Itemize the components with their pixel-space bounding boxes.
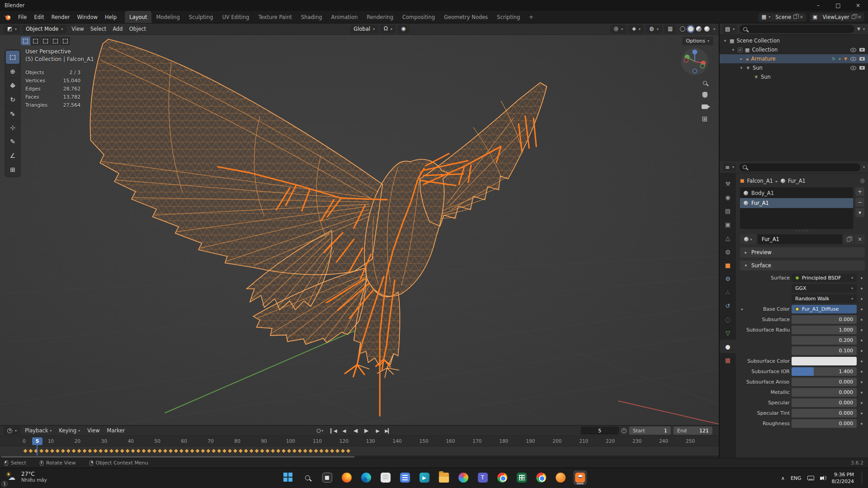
current-frame-field[interactable]: 5 <box>581 426 619 435</box>
browse-material-button[interactable]: ▾ <box>740 234 756 244</box>
scene-selector[interactable]: ▦ ▾ Scene × <box>759 13 806 22</box>
disable-in-renders-icon[interactable] <box>859 57 865 61</box>
edge-button[interactable] <box>359 470 373 485</box>
animate-property-icon[interactable] <box>859 360 865 362</box>
surface-section-header[interactable]: ▾ Surface <box>740 261 865 270</box>
keyframe-track[interactable] <box>0 446 719 455</box>
playhead-line[interactable] <box>37 445 38 455</box>
media-player-button[interactable]: ▶ <box>417 470 431 485</box>
frame-tick-label[interactable]: 60 <box>171 436 197 446</box>
new-material-button[interactable] <box>844 234 854 244</box>
file-explorer-button[interactable] <box>437 470 451 485</box>
animate-property-icon[interactable] <box>859 350 865 352</box>
options-button[interactable]: Options ▾ <box>682 37 713 45</box>
pan-hand-icon[interactable] <box>702 92 707 98</box>
add-slot-button[interactable]: + <box>855 187 864 196</box>
tab-world[interactable]: ◍ <box>720 245 736 258</box>
select-mode-subtract-button[interactable] <box>41 37 50 45</box>
previous-keyframe-button[interactable]: ◀· <box>340 427 350 435</box>
workspace-tab[interactable]: Layout <box>125 11 152 23</box>
hide-in-viewport-icon[interactable] <box>850 57 856 61</box>
animate-property-icon[interactable] <box>859 298 865 300</box>
camera-view-icon[interactable] <box>702 104 708 109</box>
frame-tick-label[interactable]: 80 <box>224 436 251 446</box>
shading-material-button[interactable] <box>696 26 702 32</box>
property-field[interactable]: 0.000 ▾ <box>792 409 857 417</box>
frame-tick-label[interactable]: 240 <box>650 436 677 446</box>
tab-texture[interactable]: ▦ <box>720 353 736 367</box>
tab-constraints[interactable]: ◌ <box>720 313 736 326</box>
menu-item[interactable]: Edit <box>30 14 47 20</box>
properties-search-input[interactable] <box>739 163 860 171</box>
play-reverse-button[interactable]: ◀ <box>351 427 360 435</box>
outliner-editor-type-dropdown[interactable]: ▤ ▾ <box>723 25 737 33</box>
tab-particles[interactable]: ∴ <box>720 285 736 299</box>
shading-wireframe-button[interactable] <box>680 26 685 32</box>
animate-property-icon[interactable] <box>859 392 865 393</box>
property-field[interactable]: 0.100 ▾ <box>792 346 857 355</box>
start-button[interactable] <box>281 470 295 485</box>
outliner-row-sun-data[interactable]: ☀ Sun <box>720 72 868 81</box>
animate-property-icon[interactable] <box>859 381 865 383</box>
view-layer-selector[interactable]: ▣ ViewLayer × <box>810 13 864 22</box>
tab-tool[interactable]: ⚒ <box>720 177 736 190</box>
workspace-tab[interactable]: Animation <box>327 11 362 23</box>
frame-tick-label[interactable]: 160 <box>437 436 464 446</box>
frame-tick-label[interactable]: 140 <box>384 436 411 446</box>
caret-down-icon[interactable]: ▾ <box>863 27 865 31</box>
orientation-dropdown[interactable]: Global ▾ <box>350 25 379 33</box>
frame-tick-label[interactable]: 30 <box>91 436 118 446</box>
collection-checkbox[interactable]: ✓ <box>738 47 743 52</box>
viewport-menu-item[interactable]: Select <box>87 26 109 32</box>
tool-measure-button[interactable]: ∠ <box>6 149 19 162</box>
workspace-tab[interactable]: Texture Paint <box>254 11 296 23</box>
outliner-search-input[interactable] <box>740 25 854 33</box>
mode-dropdown[interactable]: Object Mode ▾ <box>22 25 66 33</box>
slot-specials-button[interactable]: ▾ <box>855 208 864 217</box>
pivot-point-dropdown[interactable]: ◎▾ <box>610 25 626 33</box>
animate-property-icon[interactable] <box>859 277 865 279</box>
tab-output[interactable]: ▤ <box>720 204 736 218</box>
workspace-tab[interactable]: Sculpting <box>184 11 218 23</box>
disable-in-renders-icon[interactable] <box>859 48 865 52</box>
menu-item[interactable]: Help <box>101 14 120 20</box>
tab-modifiers[interactable]: ⚙ <box>720 272 736 285</box>
property-field[interactable]: 0.000 ▾ <box>792 398 857 407</box>
navigation-gizmo[interactable] <box>681 47 709 77</box>
property-field[interactable]: 1.400 ▾ <box>792 367 857 376</box>
timeline-menu-item[interactable]: Keying <box>55 427 84 434</box>
workspace-tab[interactable]: UV Editing <box>218 11 254 23</box>
workspace-tab[interactable]: Rendering <box>362 11 398 23</box>
outliner-row-collection[interactable]: ▾ ✓ ▦ Collection <box>720 45 868 54</box>
teams-button[interactable]: T <box>476 470 489 485</box>
expand-icon[interactable]: ▾ <box>723 38 727 43</box>
outliner-row-scene-collection[interactable]: ▾ ▦ Scene Collection <box>720 36 868 45</box>
select-mode-intersect-button[interactable] <box>61 37 70 45</box>
gizmos-dropdown[interactable]: ◈▾ <box>628 25 644 33</box>
blender-logo-icon[interactable] <box>4 14 13 21</box>
tab-object[interactable]: ■ <box>720 258 736 272</box>
browser-2-button[interactable] <box>534 470 548 485</box>
property-field[interactable]: Random Walk ▾ <box>792 294 857 303</box>
clock-widget[interactable]: 9:36 PM 8/2/2024 <box>832 471 854 485</box>
photos-button[interactable] <box>456 470 470 485</box>
workspace-tab[interactable]: Compositing <box>398 11 439 23</box>
property-field[interactable]: Principled BSDF ▾ <box>792 274 857 282</box>
property-field[interactable]: GGX ▾ <box>792 284 857 293</box>
notepad-button[interactable] <box>379 470 392 485</box>
frame-tick-label[interactable]: 250 <box>677 436 704 446</box>
toggle-perspective-icon[interactable]: ⊞ <box>702 116 708 123</box>
playhead-label[interactable]: 5 <box>32 437 43 445</box>
property-field[interactable]: 0.000 ▾ <box>792 388 857 397</box>
workspace-tab[interactable]: Geometry Nodes <box>440 11 493 23</box>
snap-toggle[interactable]: Ω ▾ <box>380 25 396 33</box>
property-field[interactable]: 0.000 ▾ <box>792 378 857 386</box>
tab-object-data[interactable]: ▽ <box>720 326 736 340</box>
timeline-menu-item[interactable]: Marker <box>103 427 128 434</box>
caret-down-icon[interactable]: ▾ <box>863 165 865 169</box>
animate-property-icon[interactable] <box>859 319 865 321</box>
zoom-icon[interactable] <box>703 81 707 85</box>
timeline-menu-item[interactable]: Playback <box>21 427 55 434</box>
remove-slot-button[interactable]: − <box>855 198 864 207</box>
frame-tick-label[interactable]: 120 <box>331 436 357 446</box>
